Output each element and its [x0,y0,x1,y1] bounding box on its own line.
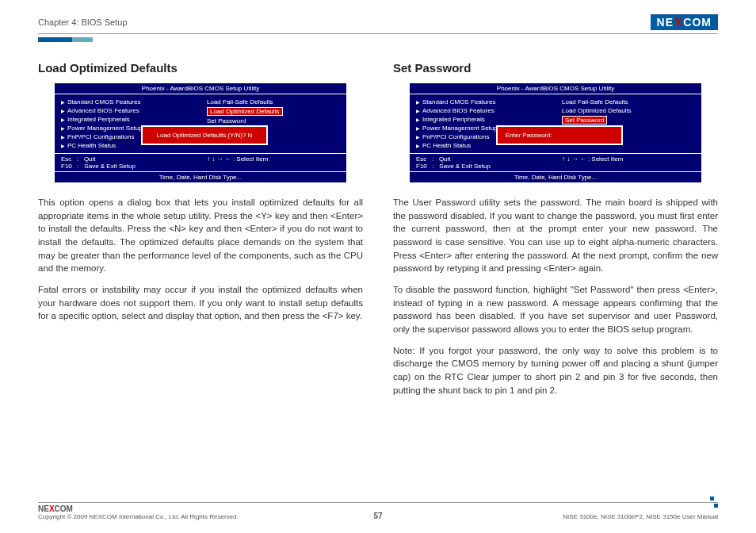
right-paragraph-2: To disable the password function, highli… [393,283,718,336]
left-column: Load Optimized Defaults Phoenix - AwardB… [38,61,363,405]
bios-footer-right: ↑ ↓ → ← : Select Item [200,154,346,171]
page-footer: NEXCOM Copyright © 2009 NEXCOM Internati… [38,502,718,520]
bios-menu-item: ▶Standard CMOS Features [61,98,194,106]
bios-footer-bottom: Time, Date, Hard Disk Type... [54,172,347,183]
bios-dialog: Enter Password: [496,125,623,145]
bios-menu-item-highlighted: Set Password [562,115,695,125]
bios-menu-item: ▶Integrated Peripherals [61,115,194,124]
nexcom-logo: NEXCOM [651,14,718,30]
bios-title: Phoenix - AwardBIOS CMOS Setup Utility [54,82,347,94]
page-number: 57 [373,512,382,520]
left-paragraph-2: Fatal errors or instability may occur if… [38,283,363,323]
bios-screenshot-right: Phoenix - AwardBIOS CMOS Setup Utility ▶… [409,82,702,183]
bios-footer-left: Esc : Quit F10 : Save & Exit Setup [55,154,200,171]
bios-footer-right: ↑ ↓ → ← : Select Item [556,154,701,171]
bios-menu-item: Load Fail-Safe Defaults [207,98,340,106]
header-accent-bar [38,37,718,42]
left-paragraph-1: This option opens a dialog box that lets… [38,196,363,275]
bios-menu-item: ▶Standard CMOS Features [416,98,549,106]
footer-logo: NEXCOM [38,504,239,513]
chapter-label: Chapter 4: BIOS Setup [38,17,128,27]
manual-title: NISE 3100e, NISE 3100eP2, NISE 3150e Use… [563,513,718,520]
bios-menu-item: ▶Integrated Peripherals [416,115,549,124]
right-column: Set Password Phoenix - AwardBIOS CMOS Se… [393,61,718,405]
bios-dialog: Load Optimized Defaults (Y/N)? N [141,125,268,145]
right-paragraph-1: The User Password utility sets the passw… [393,196,718,275]
copyright-text: Copyright © 2009 NEXCOM International Co… [38,513,239,520]
footer-squares-icon [710,495,718,509]
bios-menu-item: ▶Advanced BIOS Features [416,106,549,115]
bios-menu-item: ▶Advanced BIOS Features [61,106,194,115]
bios-footer-bottom: Time, Date, Hard Disk Type... [409,172,702,183]
right-paragraph-3: Note: If you forgot your password, the o… [393,344,718,397]
bios-menu-item-highlighted: Load Optimized Defaults [207,106,340,117]
right-heading: Set Password [393,61,718,75]
bios-menu-item: Load Fail-Safe Defaults [562,98,695,106]
bios-menu-item: Set Password [207,117,340,125]
left-heading: Load Optimized Defaults [38,61,363,75]
bios-screenshot-left: Phoenix - AwardBIOS CMOS Setup Utility ▶… [54,82,347,183]
bios-menu-item: Load Optimized Defaults [562,106,695,115]
bios-footer-left: Esc : Quit F10 : Save & Exit Setup [410,154,556,171]
page-header: Chapter 4: BIOS Setup NEXCOM [38,14,718,34]
bios-title: Phoenix - AwardBIOS CMOS Setup Utility [409,82,702,94]
